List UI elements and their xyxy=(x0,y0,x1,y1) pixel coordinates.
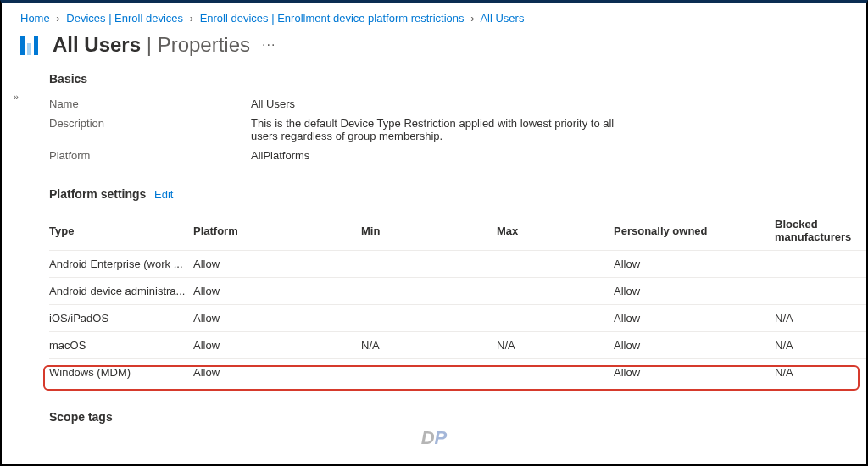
watermark: DP xyxy=(421,427,448,449)
watermark-p: P xyxy=(435,427,448,448)
cell-min: N/A xyxy=(361,332,497,359)
table-row[interactable]: iOS/iPadOSAllowAllowN/A xyxy=(49,305,868,332)
basics-name-label: Name xyxy=(49,97,251,110)
chevron-right-icon: › xyxy=(190,12,193,25)
cell-platform: Allow xyxy=(193,251,361,278)
cell-po: Allow xyxy=(614,332,775,359)
platform-settings-heading: Platform settings xyxy=(49,187,146,201)
cell-po: Allow xyxy=(614,278,775,305)
basics-desc-row: Description This is the default Device T… xyxy=(49,117,848,142)
title-sub: Properties xyxy=(158,33,250,56)
breadcrumb: Home › Devices | Enroll devices › Enroll… xyxy=(2,3,866,30)
basics-platform-row: Platform AllPlatforms xyxy=(49,149,848,162)
cell-po: Allow xyxy=(614,305,775,332)
watermark-d: D xyxy=(421,427,435,448)
breadcrumb-allusers[interactable]: All Users xyxy=(480,12,524,25)
cell-min xyxy=(361,305,497,332)
cell-bm: N/A xyxy=(775,359,868,386)
breadcrumb-home[interactable]: Home xyxy=(20,12,50,25)
chevron-right-icon: › xyxy=(470,12,474,25)
title-separator: | xyxy=(147,33,158,56)
cell-platform: Allow xyxy=(193,305,361,332)
cell-max xyxy=(497,251,614,278)
col-po[interactable]: Personally owned xyxy=(614,211,775,251)
cell-platform: Allow xyxy=(193,278,361,305)
cell-type: Android device administra... xyxy=(49,278,193,305)
cell-bm xyxy=(775,251,868,278)
basics-name-value: All Users xyxy=(251,97,295,110)
cell-max xyxy=(497,305,614,332)
page-title: All Users | Properties xyxy=(53,33,250,57)
more-button[interactable]: ··· xyxy=(262,37,275,53)
basics-platform-label: Platform xyxy=(49,149,251,162)
breadcrumb-devices[interactable]: Devices | Enroll devices xyxy=(66,12,183,25)
cell-min xyxy=(361,359,497,386)
col-max[interactable]: Max xyxy=(497,211,614,251)
table-row[interactable]: Android Enterprise (work ...AllowAllow xyxy=(49,251,868,278)
expand-nav-button[interactable]: » xyxy=(14,92,19,102)
col-min[interactable]: Min xyxy=(361,211,497,251)
col-platform[interactable]: Platform xyxy=(193,211,361,251)
table-row[interactable]: Android device administra...AllowAllow xyxy=(49,278,868,305)
cell-max: N/A xyxy=(497,332,614,359)
cell-po: Allow xyxy=(614,251,775,278)
cell-type: Android Enterprise (work ... xyxy=(49,251,193,278)
cell-type: iOS/iPadOS xyxy=(49,305,193,332)
title-main: All Users xyxy=(53,33,141,56)
cell-max xyxy=(497,278,614,305)
table-row[interactable]: Windows (MDM)AllowAllowN/A xyxy=(49,359,868,386)
policy-icon xyxy=(20,35,44,55)
cell-max xyxy=(497,359,614,386)
basics-name-row: Name All Users xyxy=(49,97,848,110)
cell-po: Allow xyxy=(614,359,775,386)
page-header: All Users | Properties ··· xyxy=(2,30,866,72)
cell-bm: N/A xyxy=(775,332,868,359)
basics-heading: Basics xyxy=(49,72,848,86)
cell-bm xyxy=(775,278,868,305)
col-type[interactable]: Type xyxy=(49,211,193,251)
cell-platform: Allow xyxy=(193,332,361,359)
chevron-right-icon: › xyxy=(56,12,59,25)
breadcrumb-restrictions[interactable]: Enroll devices | Enrollment device platf… xyxy=(200,12,465,25)
table-header-row: Type Platform Min Max Personally owned B… xyxy=(49,211,868,251)
platform-settings-table: Type Platform Min Max Personally owned B… xyxy=(49,211,868,386)
table-row[interactable]: macOSAllowN/AN/AAllowN/A xyxy=(49,332,868,359)
cell-platform: Allow xyxy=(193,359,361,386)
basics-desc-value: This is the default Device Type Restrict… xyxy=(251,117,641,142)
col-bm[interactable]: Blocked manufacturers xyxy=(775,211,868,251)
basics-desc-label: Description xyxy=(49,117,251,142)
basics-platform-value: AllPlatforms xyxy=(251,149,309,162)
edit-platform-settings-link[interactable]: Edit xyxy=(154,188,173,201)
cell-type: Windows (MDM) xyxy=(49,359,193,386)
cell-bm: N/A xyxy=(775,305,868,332)
scope-tags-heading: Scope tags xyxy=(49,410,848,424)
cell-min xyxy=(361,278,497,305)
cell-type: macOS xyxy=(49,332,193,359)
content-area: Basics Name All Users Description This i… xyxy=(2,72,866,424)
cell-min xyxy=(361,251,497,278)
